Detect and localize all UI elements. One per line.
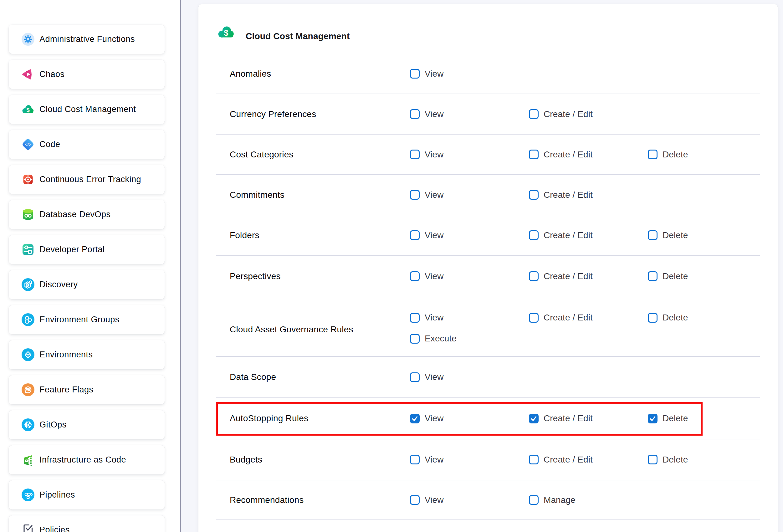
permission-recommendations-view[interactable]: View [410,495,444,505]
permission-row-anomalies: AnomaliesView [216,54,760,94]
checkbox-unchecked-icon[interactable] [648,150,658,159]
permission-row-perspectives: PerspectivesViewCreate / EditDelete [216,256,760,297]
permission-perspectives-create-edit[interactable]: Create / Edit [529,271,593,281]
permission-folders-delete[interactable]: Delete [648,230,688,240]
sidebar-item-code[interactable]: </>Code [9,130,165,159]
permission-cost-categories-view[interactable]: View [410,150,444,160]
permission-budgets-delete[interactable]: Delete [648,455,688,465]
permission-row-recommendations: RecommendationsViewManage [216,480,760,520]
checkbox-unchecked-icon[interactable] [410,230,420,240]
permission-commitments-view[interactable]: View [410,190,444,200]
checkbox-unchecked-icon[interactable] [648,455,658,464]
permission-perspectives-view[interactable]: View [410,271,444,281]
sidebar-item-database-devops[interactable]: Database DevOps [9,200,165,229]
pipelines-icon [22,489,34,501]
permission-cost-categories-delete[interactable]: Delete [648,150,688,160]
sidebar-item-cloud-cost-management[interactable]: $Cloud Cost Management [9,95,165,124]
permission-commitments-create-edit[interactable]: Create / Edit [529,190,593,200]
resource-name: Budgets [230,455,262,465]
checkbox-unchecked-icon[interactable] [529,150,539,159]
permission-recommendations-manage[interactable]: Manage [529,495,575,505]
checkbox-unchecked-icon[interactable] [648,313,658,323]
checkbox-unchecked-icon[interactable] [410,455,420,464]
checkbox-unchecked-icon[interactable] [410,313,420,323]
checkbox-unchecked-icon[interactable] [529,109,539,119]
sidebar-item-label: Cloud Cost Management [39,104,136,114]
permission-cloud-asset-governance-rules-create-edit[interactable]: Create / Edit [529,313,593,323]
permission-budgets-view[interactable]: View [410,455,444,465]
permission-label: Manage [543,495,575,505]
permission-autostopping-rules-delete[interactable]: Delete [648,413,688,424]
permission-autostopping-rules-create-edit[interactable]: Create / Edit [529,413,593,424]
screen: Administrative FunctionsChaos$Cloud Cost… [0,0,783,532]
checkbox-unchecked-icon[interactable] [410,495,420,505]
permission-label: Create / Edit [543,109,593,119]
permission-label: Create / Edit [543,190,593,200]
permission-label: View [425,190,444,200]
sidebar-item-policies[interactable]: Policies [9,515,165,532]
permission-row-cost-categories: Cost CategoriesViewCreate / EditDelete [216,134,760,175]
permission-cloud-asset-governance-rules-view[interactable]: View [410,313,444,323]
permission-budgets-create-edit[interactable]: Create / Edit [529,455,593,465]
permission-row-currency-preferences: Currency PreferencesViewCreate / Edit [216,94,760,134]
checkbox-checked-icon[interactable] [648,414,658,424]
permission-label: View [425,495,444,505]
sidebar-item-feature-flags[interactable]: Feature Flags [9,375,165,404]
svg-text:</>: </> [25,142,32,147]
checkbox-unchecked-icon[interactable] [529,190,539,200]
permissions-card: $ Cloud Cost Management AnomaliesViewCur… [198,4,778,532]
permission-currency-preferences-view[interactable]: View [410,109,444,119]
checkbox-unchecked-icon[interactable] [648,271,658,281]
sidebar-item-chaos[interactable]: Chaos [9,60,165,89]
sidebar-item-gitops[interactable]: GitOps [9,410,165,439]
checkbox-unchecked-icon[interactable] [410,190,420,200]
sidebar-item-infrastructure-as-code[interactable]: Infrastructure as Code [9,445,165,474]
sidebar-item-continuous-error-tracking[interactable]: Continuous Error Tracking [9,165,165,194]
permission-perspectives-delete[interactable]: Delete [648,271,688,281]
sidebar-item-administrative-functions[interactable]: Administrative Functions [9,25,165,54]
checkbox-unchecked-icon[interactable] [410,372,420,382]
checkbox-unchecked-icon[interactable] [410,271,420,281]
permission-label: View [425,313,444,323]
permission-folders-create-edit[interactable]: Create / Edit [529,230,593,240]
permission-label: Delete [662,455,688,465]
sidebar-item-environments[interactable]: Environments [9,340,165,369]
checkbox-unchecked-icon[interactable] [529,271,539,281]
checkbox-unchecked-icon[interactable] [410,69,420,79]
checkbox-unchecked-icon[interactable] [410,334,420,344]
permission-data-scope-view[interactable]: View [410,372,444,382]
sidebar-item-environment-groups[interactable]: Environment Groups [9,305,165,334]
permission-label: Create / Edit [543,230,593,240]
checkbox-unchecked-icon[interactable] [648,230,658,240]
permission-currency-preferences-create-edit[interactable]: Create / Edit [529,109,593,119]
permission-label: View [425,372,444,382]
permission-cloud-asset-governance-rules-execute[interactable]: Execute [410,334,457,344]
page-title: Cloud Cost Management [246,31,350,41]
checkbox-unchecked-icon[interactable] [529,495,539,505]
environments-icon [22,348,34,361]
checkbox-unchecked-icon[interactable] [529,230,539,240]
sidebar-item-label: Administrative Functions [39,34,135,44]
permission-label: Create / Edit [543,271,593,281]
feature-flags-icon [22,383,34,396]
checkbox-unchecked-icon[interactable] [529,313,539,323]
resource-name: Cloud Asset Governance Rules [230,324,353,335]
permission-anomalies-view[interactable]: View [410,69,444,79]
permission-cost-categories-create-edit[interactable]: Create / Edit [529,150,593,160]
checkbox-unchecked-icon[interactable] [410,150,420,159]
permission-cloud-asset-governance-rules-delete[interactable]: Delete [648,313,688,323]
sidebar-item-discovery[interactable]: Discovery [9,270,165,299]
sidebar-item-developer-portal[interactable]: Developer Portal [9,235,165,264]
resource-name: Perspectives [230,271,281,281]
checkbox-unchecked-icon[interactable] [529,455,539,464]
permission-row-folders: FoldersViewCreate / EditDelete [216,215,760,256]
permission-folders-view[interactable]: View [410,230,444,240]
checkbox-checked-icon[interactable] [410,414,420,424]
checkbox-unchecked-icon[interactable] [410,109,420,119]
checkbox-checked-icon[interactable] [529,414,539,424]
permission-autostopping-rules-view[interactable]: View [410,413,444,424]
sidebar-item-label: Feature Flags [39,385,93,395]
permission-label: View [425,69,444,79]
sidebar-item-pipelines[interactable]: Pipelines [9,480,165,509]
permission-label: Delete [662,230,688,240]
